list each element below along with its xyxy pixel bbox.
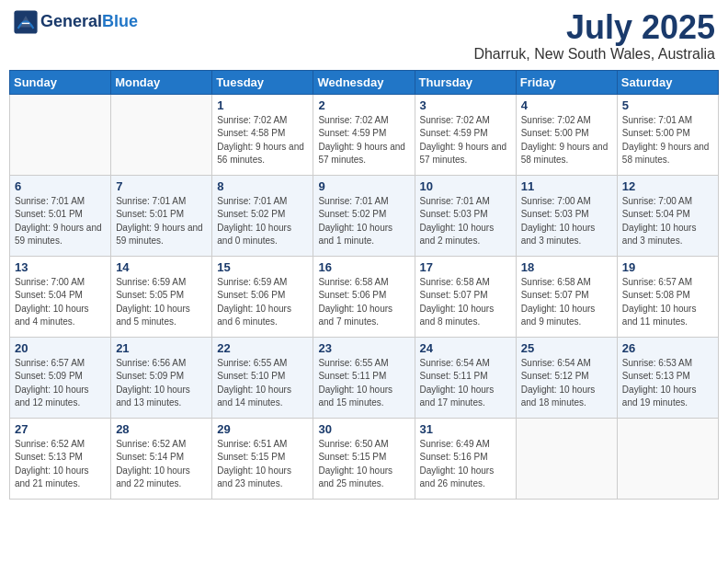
day-info: Sunrise: 6:52 AMSunset: 5:14 PMDaylight:…: [116, 438, 207, 491]
day-number: 13: [15, 260, 106, 274]
calendar-day-19: 19Sunrise: 6:57 AMSunset: 5:08 PMDayligh…: [617, 256, 718, 337]
day-info: Sunrise: 6:50 AMSunset: 5:15 PMDaylight:…: [318, 438, 409, 491]
calendar-day-27: 27Sunrise: 6:52 AMSunset: 5:13 PMDayligh…: [10, 418, 111, 499]
calendar-day-7: 7Sunrise: 7:01 AMSunset: 5:01 PMDaylight…: [111, 175, 212, 256]
logo-icon: [13, 9, 39, 35]
day-number: 23: [318, 341, 409, 355]
day-number: 5: [622, 98, 713, 112]
day-number: 31: [420, 422, 511, 436]
day-number: 30: [318, 422, 409, 436]
weekday-wednesday: Wednesday: [313, 70, 415, 94]
day-info: Sunrise: 6:58 AMSunset: 5:07 PMDaylight:…: [420, 276, 511, 329]
day-info: Sunrise: 6:51 AMSunset: 5:15 PMDaylight:…: [217, 438, 308, 491]
calendar-week-2: 6Sunrise: 7:01 AMSunset: 5:01 PMDaylight…: [10, 175, 719, 256]
day-number: 1: [217, 98, 308, 112]
day-number: 15: [217, 260, 308, 274]
calendar-day-25: 25Sunrise: 6:54 AMSunset: 5:12 PMDayligh…: [516, 337, 617, 418]
logo: GeneralBlue: [13, 9, 138, 35]
calendar-week-3: 13Sunrise: 7:00 AMSunset: 5:04 PMDayligh…: [10, 256, 719, 337]
logo-text-line1: GeneralBlue: [40, 13, 138, 31]
day-info: Sunrise: 6:54 AMSunset: 5:11 PMDaylight:…: [420, 357, 511, 410]
day-info: Sunrise: 6:49 AMSunset: 5:16 PMDaylight:…: [420, 438, 511, 491]
day-number: 19: [622, 260, 713, 274]
day-info: Sunrise: 6:55 AMSunset: 5:11 PMDaylight:…: [318, 357, 409, 410]
weekday-friday: Friday: [516, 70, 617, 94]
day-info: Sunrise: 7:02 AMSunset: 4:58 PMDaylight:…: [217, 114, 308, 167]
day-number: 10: [420, 179, 511, 193]
day-number: 4: [521, 98, 612, 112]
calendar-day-23: 23Sunrise: 6:55 AMSunset: 5:11 PMDayligh…: [313, 337, 415, 418]
day-info: Sunrise: 7:02 AMSunset: 4:59 PMDaylight:…: [318, 114, 409, 167]
calendar-day-26: 26Sunrise: 6:53 AMSunset: 5:13 PMDayligh…: [617, 337, 718, 418]
weekday-tuesday: Tuesday: [212, 70, 313, 94]
day-info: Sunrise: 7:01 AMSunset: 5:00 PMDaylight:…: [622, 114, 713, 167]
day-number: 9: [318, 179, 409, 193]
day-number: 2: [318, 98, 409, 112]
day-info: Sunrise: 7:02 AMSunset: 5:00 PMDaylight:…: [521, 114, 612, 167]
day-number: 14: [116, 260, 207, 274]
day-number: 18: [521, 260, 612, 274]
day-info: Sunrise: 6:56 AMSunset: 5:09 PMDaylight:…: [116, 357, 207, 410]
day-info: Sunrise: 6:59 AMSunset: 5:05 PMDaylight:…: [116, 276, 207, 329]
day-info: Sunrise: 6:54 AMSunset: 5:12 PMDaylight:…: [521, 357, 612, 410]
calendar-day-17: 17Sunrise: 6:58 AMSunset: 5:07 PMDayligh…: [415, 256, 516, 337]
day-info: Sunrise: 6:58 AMSunset: 5:07 PMDaylight:…: [521, 276, 612, 329]
calendar-day-12: 12Sunrise: 7:00 AMSunset: 5:04 PMDayligh…: [617, 175, 718, 256]
calendar-day-22: 22Sunrise: 6:55 AMSunset: 5:10 PMDayligh…: [212, 337, 313, 418]
day-info: Sunrise: 6:59 AMSunset: 5:06 PMDaylight:…: [217, 276, 308, 329]
calendar-day-20: 20Sunrise: 6:57 AMSunset: 5:09 PMDayligh…: [10, 337, 111, 418]
calendar-day-10: 10Sunrise: 7:01 AMSunset: 5:03 PMDayligh…: [415, 175, 516, 256]
day-number: 24: [420, 341, 511, 355]
location-subtitle: Dharruk, New South Wales, Australia: [473, 46, 715, 63]
month-year-title: July 2025: [473, 9, 715, 46]
calendar-empty: [111, 94, 212, 175]
calendar-day-24: 24Sunrise: 6:54 AMSunset: 5:11 PMDayligh…: [415, 337, 516, 418]
day-info: Sunrise: 6:52 AMSunset: 5:13 PMDaylight:…: [15, 438, 106, 491]
day-number: 20: [15, 341, 106, 355]
calendar-day-13: 13Sunrise: 7:00 AMSunset: 5:04 PMDayligh…: [10, 256, 111, 337]
weekday-header-row: SundayMondayTuesdayWednesdayThursdayFrid…: [10, 70, 719, 94]
calendar-day-15: 15Sunrise: 6:59 AMSunset: 5:06 PMDayligh…: [212, 256, 313, 337]
day-info: Sunrise: 6:57 AMSunset: 5:08 PMDaylight:…: [622, 276, 713, 329]
calendar-week-4: 20Sunrise: 6:57 AMSunset: 5:09 PMDayligh…: [10, 337, 719, 418]
calendar-day-3: 3Sunrise: 7:02 AMSunset: 4:59 PMDaylight…: [415, 94, 516, 175]
day-number: 8: [217, 179, 308, 193]
day-number: 7: [116, 179, 207, 193]
calendar-day-16: 16Sunrise: 6:58 AMSunset: 5:06 PMDayligh…: [313, 256, 415, 337]
weekday-saturday: Saturday: [617, 70, 718, 94]
calendar-day-1: 1Sunrise: 7:02 AMSunset: 4:58 PMDaylight…: [212, 94, 313, 175]
calendar-day-8: 8Sunrise: 7:01 AMSunset: 5:02 PMDaylight…: [212, 175, 313, 256]
calendar-day-2: 2Sunrise: 7:02 AMSunset: 4:59 PMDaylight…: [313, 94, 415, 175]
calendar-day-18: 18Sunrise: 6:58 AMSunset: 5:07 PMDayligh…: [516, 256, 617, 337]
day-info: Sunrise: 7:00 AMSunset: 5:04 PMDaylight:…: [622, 195, 713, 248]
calendar-week-1: 1Sunrise: 7:02 AMSunset: 4:58 PMDaylight…: [10, 94, 719, 175]
calendar-empty: [10, 94, 111, 175]
calendar-day-31: 31Sunrise: 6:49 AMSunset: 5:16 PMDayligh…: [415, 418, 516, 499]
weekday-monday: Monday: [111, 70, 212, 94]
day-info: Sunrise: 7:00 AMSunset: 5:03 PMDaylight:…: [521, 195, 612, 248]
day-info: Sunrise: 7:01 AMSunset: 5:01 PMDaylight:…: [15, 195, 106, 248]
day-number: 27: [15, 422, 106, 436]
day-number: 16: [318, 260, 409, 274]
weekday-sunday: Sunday: [10, 70, 111, 94]
weekday-thursday: Thursday: [415, 70, 516, 94]
calendar-table: SundayMondayTuesdayWednesdayThursdayFrid…: [9, 70, 719, 500]
calendar-day-9: 9Sunrise: 7:01 AMSunset: 5:02 PMDaylight…: [313, 175, 415, 256]
day-number: 3: [420, 98, 511, 112]
day-number: 26: [622, 341, 713, 355]
day-number: 11: [521, 179, 612, 193]
day-info: Sunrise: 7:02 AMSunset: 4:59 PMDaylight:…: [420, 114, 511, 167]
day-number: 28: [116, 422, 207, 436]
day-number: 21: [116, 341, 207, 355]
calendar-day-5: 5Sunrise: 7:01 AMSunset: 5:00 PMDaylight…: [617, 94, 718, 175]
day-number: 6: [15, 179, 106, 193]
day-info: Sunrise: 6:55 AMSunset: 5:10 PMDaylight:…: [217, 357, 308, 410]
day-number: 17: [420, 260, 511, 274]
calendar-day-14: 14Sunrise: 6:59 AMSunset: 5:05 PMDayligh…: [111, 256, 212, 337]
day-info: Sunrise: 6:53 AMSunset: 5:13 PMDaylight:…: [622, 357, 713, 410]
calendar-day-6: 6Sunrise: 7:01 AMSunset: 5:01 PMDaylight…: [10, 175, 111, 256]
calendar-day-11: 11Sunrise: 7:00 AMSunset: 5:03 PMDayligh…: [516, 175, 617, 256]
day-info: Sunrise: 7:01 AMSunset: 5:01 PMDaylight:…: [116, 195, 207, 248]
day-number: 22: [217, 341, 308, 355]
calendar-empty: [516, 418, 617, 499]
